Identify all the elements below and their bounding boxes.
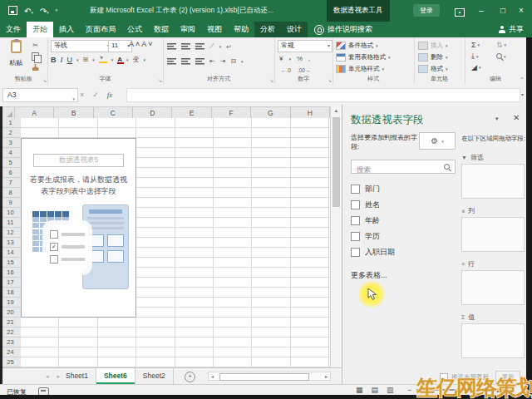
- italic-button[interactable]: I: [61, 56, 63, 64]
- sheet-tab-sheet6[interactable]: Sheet6: [96, 368, 135, 384]
- area-box-rows[interactable]: [461, 270, 525, 305]
- column-header-E[interactable]: E: [172, 107, 211, 119]
- paste-button[interactable]: 粘贴 ▾: [4, 40, 27, 75]
- row-header-9[interactable]: 9: [0, 198, 21, 208]
- area-box-filters[interactable]: [461, 164, 525, 199]
- row-header-16[interactable]: 16: [0, 268, 21, 278]
- decrease-indent-icon[interactable]: ⇤: [209, 57, 215, 65]
- close-button[interactable]: ×: [510, 0, 532, 22]
- sheet-tab-sheet2[interactable]: Sheet2: [135, 368, 174, 384]
- field-search-input[interactable]: [355, 164, 441, 176]
- borders-icon[interactable]: ⊞: [83, 56, 89, 63]
- row-header-2[interactable]: 2: [0, 128, 21, 138]
- grow-shrink-font-icons[interactable]: A˄A˅: [129, 40, 155, 48]
- row-header-17[interactable]: 17: [0, 278, 21, 288]
- pane-close-icon[interactable]: ✕: [513, 113, 520, 122]
- underline-button[interactable]: U: [67, 56, 73, 64]
- undo-button[interactable]: ↶▾: [24, 2, 33, 17]
- ribbon-tab-view[interactable]: 视图: [201, 22, 228, 37]
- row-header-15[interactable]: 15: [0, 258, 21, 268]
- row-header-10[interactable]: 10: [0, 208, 21, 218]
- field-checkbox[interactable]: [351, 232, 360, 241]
- row-header-25[interactable]: 25: [0, 357, 21, 367]
- phonetic-guide-icon[interactable]: 变: [133, 55, 140, 64]
- ribbon-display-options-button[interactable]: ▴: [449, 0, 470, 22]
- ribbon-tab-home[interactable]: 开始: [27, 22, 53, 37]
- increase-indent-icon[interactable]: ⇥: [220, 57, 226, 65]
- column-header-F[interactable]: F: [212, 107, 251, 119]
- style-button-0[interactable]: 条件格式▾: [336, 40, 391, 52]
- row-header-4[interactable]: 4: [0, 148, 21, 158]
- column-header-A[interactable]: A: [15, 107, 54, 119]
- pivot-placeholder[interactable]: 数据透视表5 若要生成报表，请从数据透视 表字段列表中选择字段 ✓: [21, 138, 136, 318]
- ribbon-tab-data[interactable]: 数据: [148, 22, 175, 37]
- vertical-scrollbar[interactable]: ▲: [330, 106, 342, 367]
- row-header-1[interactable]: 1: [0, 118, 21, 128]
- align-middle-icon[interactable]: [181, 43, 190, 50]
- collapse-ribbon-icon[interactable]: ⌃: [520, 76, 525, 83]
- ribbon-tab-formulas[interactable]: 公式: [121, 22, 148, 37]
- field-checkbox[interactable]: [351, 185, 360, 194]
- row-header-19[interactable]: 19: [0, 298, 21, 308]
- row-header-22[interactable]: 22: [0, 328, 21, 337]
- column-header-B[interactable]: B: [54, 107, 93, 119]
- area-box-columns[interactable]: [461, 217, 525, 252]
- align-left-icon[interactable]: [167, 58, 176, 65]
- ribbon-tab-analyze[interactable]: 分析: [254, 22, 281, 37]
- field-checkbox[interactable]: [351, 248, 360, 257]
- sheet-nav-left-icon[interactable]: ◂: [46, 373, 49, 380]
- horizontal-scrollbar[interactable]: ◂ ▸: [208, 372, 331, 381]
- column-header-H[interactable]: H: [291, 107, 330, 119]
- row-header-6[interactable]: 6: [0, 168, 21, 178]
- font-color-icon[interactable]: A: [117, 56, 122, 63]
- tools-gear-button[interactable]: ⚙▾: [419, 132, 456, 150]
- find-select-icon[interactable]: ▾: [496, 52, 521, 61]
- ribbon-tab-help[interactable]: 帮助: [228, 22, 254, 37]
- page-layout-view-icon[interactable]: ▤: [372, 386, 379, 394]
- more-tables-link[interactable]: 更多表格...: [351, 270, 387, 281]
- copy-icon[interactable]: [32, 52, 39, 61]
- scroll-right-icon[interactable]: ▸: [325, 373, 328, 380]
- ribbon-tab-review[interactable]: 审阅: [175, 22, 201, 37]
- increase-decimal-icon[interactable]: ←.0: [281, 67, 291, 73]
- align-top-icon[interactable]: [167, 43, 176, 50]
- tell-me-search[interactable]: 操作说明搜索: [308, 22, 379, 37]
- style-button-2[interactable]: 单元格样式▾: [336, 63, 391, 75]
- scroll-left-icon[interactable]: ◂: [211, 373, 214, 380]
- autosum-button[interactable]: Σ▾: [471, 41, 496, 49]
- format-painter-icon[interactable]: [32, 64, 39, 71]
- redo-button[interactable]: ↷▾: [40, 2, 49, 17]
- cut-icon[interactable]: ✂: [32, 42, 38, 49]
- scroll-up-icon[interactable]: ▲: [331, 106, 342, 116]
- percent-style-icon[interactable]: %: [297, 55, 303, 62]
- align-bottom-icon[interactable]: [195, 43, 204, 50]
- customize-qat-icon[interactable]: ▾: [56, 7, 58, 12]
- cancel-icon[interactable]: ×: [80, 88, 84, 101]
- row-header-14[interactable]: 14: [0, 248, 21, 258]
- row-header-21[interactable]: 21: [0, 318, 21, 328]
- name-box[interactable]: A3▾: [2, 88, 78, 102]
- align-right-icon[interactable]: [195, 58, 204, 65]
- cells-format-button[interactable]: 格式▾: [418, 63, 448, 75]
- ribbon-tab-insert[interactable]: 插入: [53, 22, 80, 37]
- save-icon[interactable]: [8, 6, 17, 15]
- zoom-out-icon[interactable]: −: [407, 386, 411, 394]
- field-item-4[interactable]: 入职日期: [351, 244, 395, 260]
- row-header-23[interactable]: 23: [0, 337, 21, 347]
- field-checkbox[interactable]: [351, 216, 360, 225]
- field-item-3[interactable]: 学历: [351, 229, 395, 244]
- insert-function-icon[interactable]: fx: [107, 88, 113, 101]
- minimize-button[interactable]: –: [470, 0, 492, 22]
- page-break-view-icon[interactable]: ▥: [387, 386, 394, 394]
- accounting-format-icon[interactable]: ¥: [279, 55, 283, 62]
- row-header-5[interactable]: 5: [0, 158, 21, 168]
- column-header-C[interactable]: C: [94, 107, 133, 119]
- row-header-24[interactable]: 24: [0, 347, 21, 357]
- new-sheet-button[interactable]: +: [185, 372, 195, 382]
- column-header-G[interactable]: G: [251, 107, 290, 119]
- decrease-decimal-icon[interactable]: .00→: [298, 67, 311, 73]
- row-header-20[interactable]: 20: [0, 308, 21, 318]
- wrap-text-icon[interactable]: ↵: [226, 43, 232, 51]
- font-name-select[interactable]: 等线▾: [51, 40, 112, 52]
- pane-options-icon[interactable]: ▾: [495, 116, 499, 122]
